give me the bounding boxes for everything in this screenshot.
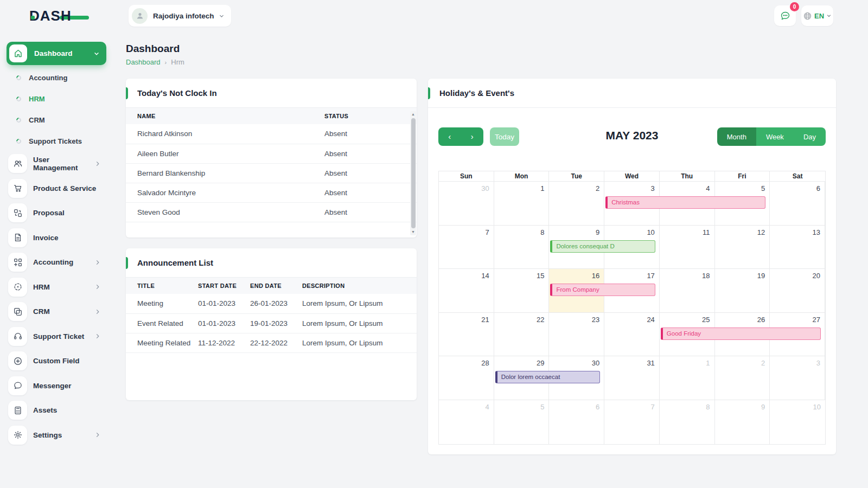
sidebar-item-assets[interactable]: Assets <box>0 398 114 423</box>
org-switcher[interactable]: Rajodiya infotech <box>129 5 231 27</box>
sidebar-item-label: Invoice <box>33 234 59 242</box>
calendar-day-30-out[interactable]: 30 <box>439 182 494 226</box>
calendar-event-dolores-consequat-d[interactable]: Dolores consequat D <box>550 240 655 253</box>
app-logo[interactable]: DASH <box>29 8 89 27</box>
scrollbar-thumb[interactable] <box>411 118 416 228</box>
weekday-label: Fri <box>715 171 770 182</box>
cell-status: Absent <box>324 163 417 183</box>
sidebar-item-label: HRM <box>33 283 50 291</box>
table-row: Richard AtkinsonAbsent <box>126 124 417 144</box>
calendar-day-10-out[interactable]: 10 <box>770 400 825 444</box>
calendar-day-20[interactable]: 20 <box>770 269 825 313</box>
sidebar-item-support-ticket[interactable]: Support Ticket <box>0 324 114 349</box>
sidebar-item-custom-field[interactable]: Custom Field <box>0 349 114 374</box>
view-day-button[interactable]: Day <box>794 127 826 146</box>
calendar-day-24[interactable]: 24 <box>604 313 660 357</box>
sidebar-item-dashboard[interactable]: Dashboard <box>7 42 106 65</box>
sidebar-item-proposal[interactable]: Proposal <box>0 201 114 226</box>
announcement-table: TITLESTART DATEEND DATEDESCRIPTION Meeti… <box>126 278 417 353</box>
cell-end-date: 26-01-2023 <box>250 294 302 313</box>
calendar-day-5-out[interactable]: 5 <box>494 400 550 444</box>
sidebar-item-accounting[interactable]: Accounting <box>0 250 114 275</box>
sidebar-item-messenger[interactable]: Messenger <box>0 374 114 399</box>
sidebar-item-invoice[interactable]: Invoice <box>0 226 114 251</box>
calendar-day-28[interactable]: 28 <box>439 356 494 400</box>
column-header: END DATE <box>250 278 302 294</box>
table-row: Steven GoodAbsent <box>126 202 417 222</box>
table-row: Meeting01-01-202326-01-2023Lorem Ipsum, … <box>126 294 417 313</box>
gear-icon <box>8 426 27 445</box>
cell-status: Absent <box>324 124 417 144</box>
calendar-day-8-out[interactable]: 8 <box>660 400 715 444</box>
calendar-day-1[interactable]: 1 <box>494 182 550 226</box>
calendar-day-23[interactable]: 23 <box>549 313 604 357</box>
weekday-label: Sat <box>770 171 825 182</box>
calendar-day-6-out[interactable]: 6 <box>549 400 604 444</box>
calendar-day-9-out[interactable]: 9 <box>715 400 770 444</box>
scrollbar[interactable]: ▲ ▼ <box>410 111 416 235</box>
calendar-day-7[interactable]: 7 <box>439 226 494 269</box>
sidebar-item-label: Custom Field <box>33 357 80 365</box>
breadcrumb: Dashboard › Hrm <box>126 58 184 66</box>
accent-bar <box>126 87 128 99</box>
cell-status: Absent <box>324 144 417 163</box>
column-header: STATUS <box>324 108 417 124</box>
calendar-day-15[interactable]: 15 <box>494 269 550 313</box>
sidebar-item-hrm[interactable]: HRM <box>0 275 114 300</box>
calendar-event-from-company[interactable]: From Company <box>550 284 655 296</box>
calendar-day-3-out[interactable]: 3 <box>770 356 825 400</box>
column-header: NAME <box>126 108 324 124</box>
view-month-button[interactable]: Month <box>717 127 756 146</box>
calendar-day-2[interactable]: 2 <box>549 182 604 226</box>
sidebar-subitem-accounting[interactable]: Accounting <box>0 67 114 88</box>
language-selector[interactable]: EN <box>801 5 833 26</box>
sidebar-item-label: Messenger <box>33 382 72 390</box>
messages-button[interactable]: 0 <box>774 5 796 26</box>
calendar-event-christmas[interactable]: Christmas <box>605 196 765 209</box>
calendar-day-31[interactable]: 31 <box>604 356 660 400</box>
sidebar-subitem-crm[interactable]: CRM <box>0 110 114 131</box>
calendar-day-18[interactable]: 18 <box>660 269 715 313</box>
calendar-day-21[interactable]: 21 <box>439 313 494 357</box>
cell-title: Meeting Related <box>126 333 198 352</box>
calendar-day-8[interactable]: 8 <box>494 226 550 269</box>
calendar-day-13[interactable]: 13 <box>770 226 825 269</box>
cell-name: Aileen Butler <box>126 144 324 163</box>
calendar-day-7-out[interactable]: 7 <box>604 400 660 444</box>
chevron-down-icon <box>93 50 100 57</box>
avatar <box>132 8 148 24</box>
calendar-day-22[interactable]: 22 <box>494 313 550 357</box>
announcement-card-title: Announcement List <box>137 258 213 267</box>
invoice-icon <box>8 228 27 247</box>
scroll-down-arrow[interactable]: ▼ <box>410 229 416 235</box>
sidebar-subitem-hrm[interactable]: HRM <box>0 88 114 110</box>
calendar-day-4-out[interactable]: 4 <box>439 400 494 444</box>
scroll-up-arrow[interactable]: ▲ <box>410 111 416 118</box>
calendar-day-11[interactable]: 11 <box>660 226 715 269</box>
calendar-week-row: 30123456Christmas <box>439 182 825 226</box>
table-row: Event Related01-01-202319-01-2023Lorem I… <box>126 313 417 333</box>
calendar-day-19[interactable]: 19 <box>715 269 770 313</box>
calendar-event-good-friday[interactable]: Good Friday <box>661 328 821 340</box>
calendar-day-2-out[interactable]: 2 <box>715 356 770 400</box>
sidebar-item-settings[interactable]: Settings <box>0 423 114 448</box>
cell-status: Absent <box>324 202 417 222</box>
table-row: Salvador McintyreAbsent <box>126 183 417 202</box>
calendar-card-title: Holiday's & Event's <box>439 88 514 98</box>
chevron-right-icon <box>94 333 101 339</box>
sidebar-item-product-service[interactable]: Product & Service <box>0 176 114 201</box>
target-icon <box>8 278 27 297</box>
view-week-button[interactable]: Week <box>756 127 794 146</box>
sidebar-item-crm[interactable]: CRM <box>0 299 114 324</box>
breadcrumb-dashboard-link[interactable]: Dashboard <box>126 58 161 66</box>
calendar-day-1-out[interactable]: 1 <box>660 356 715 400</box>
sidebar-subitem-support-tickets[interactable]: Support Tickets <box>0 131 114 152</box>
calendar-day-14[interactable]: 14 <box>439 269 494 313</box>
cell-description: Lorem Ipsum, Or Lipsum <box>302 294 417 313</box>
calendar-day-12[interactable]: 12 <box>715 226 770 269</box>
sidebar: DASH Dashboard AccountingHRMCRMSupport T… <box>0 0 114 488</box>
sidebar-item-user-management[interactable]: User Management <box>0 151 114 176</box>
calendar-day-6[interactable]: 6 <box>770 182 825 226</box>
chevron-right-icon <box>94 432 101 438</box>
calendar-event-dolor-lorem-occaecat[interactable]: Dolor lorem occaecat <box>495 371 600 383</box>
